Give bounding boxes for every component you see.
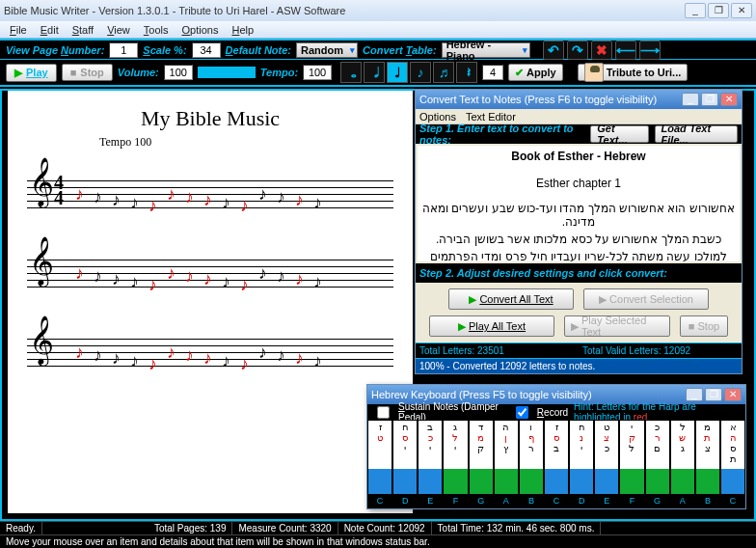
music-note[interactable]: ♪ (277, 345, 285, 366)
keyboard-key[interactable]: דמקG (469, 420, 494, 508)
music-note[interactable]: ♪ (240, 354, 249, 374)
music-note[interactable]: ♪ (258, 263, 267, 284)
music-note[interactable]: ♪ (148, 354, 157, 374)
music-note[interactable]: ♪ (258, 184, 267, 205)
music-note[interactable]: ♪ (167, 342, 176, 363)
music-note[interactable]: ♪ (258, 342, 267, 363)
music-note[interactable]: ♪ (313, 193, 322, 213)
keyboard-key[interactable]: וףרB (519, 420, 544, 508)
music-note[interactable]: ♪ (295, 190, 304, 210)
dialog-restore-icon[interactable]: ❐ (701, 93, 718, 106)
music-note[interactable]: ♪ (295, 269, 304, 289)
nav-left-button[interactable] (615, 41, 636, 60)
hebrew-keyboard-dialog[interactable]: Hebrew Keyboard (Press F5 to toggle visi… (366, 384, 746, 509)
stop-button[interactable]: ■ Stop (62, 64, 113, 81)
note-value-input[interactable] (482, 65, 503, 80)
menu-help[interactable]: Help (226, 23, 259, 37)
music-note[interactable]: ♪ (185, 345, 194, 366)
music-note[interactable]: ♪ (277, 187, 285, 207)
music-note[interactable]: ♪ (185, 187, 194, 207)
keyboard-key[interactable]: בכיE (418, 420, 443, 508)
redo-button[interactable] (567, 41, 588, 60)
music-note[interactable]: ♪ (148, 275, 157, 295)
undo-button[interactable] (543, 41, 564, 60)
music-note[interactable]: ♪ (203, 269, 212, 289)
keyboard-key[interactable]: אהסתC (720, 420, 745, 508)
music-note[interactable]: ♪ (75, 184, 84, 205)
hkb-restore-icon[interactable]: ❐ (705, 388, 722, 401)
keyboard-key[interactable]: מתצB (695, 420, 720, 508)
menu-staff[interactable]: Staff (67, 23, 99, 37)
note-half[interactable]: 𝅗𝅥 (364, 62, 385, 83)
music-note[interactable]: ♪ (130, 193, 139, 213)
volume-input[interactable] (164, 65, 193, 80)
dialog-titlebar[interactable]: Convert Text to Notes (Press F6 to toggl… (416, 90, 742, 109)
score-paper[interactable]: My Bible Music Tempo 100 𝄞 44 ♪♪♪♪♪♪♪♪♪♪… (8, 91, 413, 513)
keyboard-key[interactable]: זטC (367, 420, 392, 508)
play-all-button[interactable]: ▶Play All Text (429, 315, 554, 337)
record-checkbox[interactable] (516, 406, 528, 419)
keyboard-key[interactable]: טצכE (594, 420, 619, 508)
keyboard-key[interactable]: כרםG (645, 420, 670, 508)
hkb-minimize-icon[interactable]: _ (686, 388, 703, 401)
music-note[interactable]: ♪ (167, 263, 176, 284)
music-note[interactable]: ♪ (222, 351, 230, 371)
music-note[interactable]: ♪ (130, 272, 139, 292)
music-note[interactable]: ♪ (295, 348, 304, 369)
music-note[interactable]: ♪ (185, 266, 194, 287)
music-note[interactable]: ♪ (203, 190, 212, 210)
dialog-minimize-icon[interactable]: _ (682, 93, 699, 106)
convert-table-select[interactable]: Hebrew - Piano (442, 42, 530, 58)
music-note[interactable]: ♪ (94, 187, 102, 207)
ctt-stop-button[interactable]: ■ Stop (680, 315, 728, 337)
ctt-menu-texteditor[interactable]: Text Editor (466, 111, 516, 123)
menu-view[interactable]: View (101, 23, 136, 37)
music-note[interactable]: ♪ (240, 196, 249, 216)
music-note[interactable]: ♪ (240, 275, 249, 295)
keyboard-key[interactable]: חניD (569, 420, 594, 508)
keyboard-key[interactable]: זסבC (544, 420, 569, 508)
music-note[interactable]: ♪ (313, 272, 322, 292)
apply-button[interactable]: ✔Apply (508, 64, 563, 81)
window-restore-icon[interactable]: ❐ (708, 3, 729, 18)
load-text-file-button[interactable]: Load Text File... (655, 125, 738, 143)
sustain-checkbox[interactable] (377, 406, 390, 419)
note-sixteenth[interactable]: ♬ (433, 62, 454, 83)
keyboard-key[interactable]: גליF (443, 420, 468, 508)
nav-right-button[interactable] (639, 41, 661, 60)
keyboard-key[interactable]: חסיD (392, 420, 418, 508)
keyboard-key[interactable]: הןץA (494, 420, 519, 508)
music-note[interactable]: ♪ (148, 196, 157, 216)
music-note[interactable]: ♪ (112, 269, 121, 289)
music-note[interactable]: ♪ (277, 266, 285, 287)
music-note[interactable]: ♪ (75, 263, 84, 284)
tempo-input[interactable] (303, 65, 332, 80)
convert-text-dialog[interactable]: Convert Text to Notes (Press F6 to toggl… (415, 89, 742, 374)
music-note[interactable]: ♪ (313, 351, 322, 371)
text-content-area[interactable]: Book of Esther - Hebrew Esther chapter 1… (418, 146, 740, 261)
window-minimize-icon[interactable]: _ (685, 3, 706, 18)
menu-tools[interactable]: Tools (138, 23, 175, 37)
music-note[interactable]: ♪ (94, 345, 102, 366)
scale-input[interactable] (192, 42, 221, 58)
window-close-icon[interactable]: ✕ (731, 3, 752, 18)
note-whole[interactable]: 𝅝 (340, 62, 362, 83)
tribute-button[interactable]: Tribute to Uri... (578, 64, 688, 81)
music-note[interactable]: ♪ (130, 351, 139, 371)
volume-slider[interactable] (198, 67, 256, 78)
menu-file[interactable]: File (4, 23, 33, 37)
note-quarter[interactable]: ♩ (387, 62, 408, 83)
music-note[interactable]: ♪ (112, 190, 121, 210)
menu-edit[interactable]: Edit (35, 23, 65, 37)
menu-options[interactable]: Options (176, 23, 225, 37)
keyboard-key[interactable]: יקלF (619, 420, 644, 508)
get-text-button[interactable]: Get Text... (590, 125, 648, 143)
note-eighth[interactable]: ♪ (410, 62, 431, 83)
music-note[interactable]: ♪ (222, 272, 230, 292)
default-note-select[interactable]: Random (296, 42, 358, 58)
hkb-close-icon[interactable]: ✕ (724, 388, 742, 401)
keyboard-key[interactable]: לשגA (670, 420, 695, 508)
view-page-input[interactable] (109, 42, 138, 58)
music-note[interactable]: ♪ (112, 348, 121, 369)
convert-selection-button[interactable]: ▶Convert Selection (583, 288, 709, 310)
